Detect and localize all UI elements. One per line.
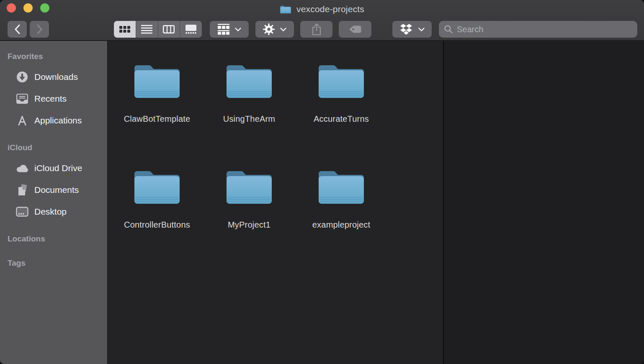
preview-pane [444,41,644,364]
folder-item[interactable]: AccurateTurns [295,61,387,124]
group-button[interactable] [210,21,249,38]
search-input[interactable] [457,25,632,34]
folder-item[interactable]: UsingTheArm [203,61,295,124]
column-view-icon [163,25,175,33]
sidebar-item-label: Documents [34,185,79,195]
sidebar-section-favorites: Favorites [0,50,107,63]
folder-label: UsingTheArm [223,114,275,124]
recents-icon [15,93,29,105]
file-browser: ClawBotTemplate UsingTheArm AccurateTurn… [108,41,443,364]
folder-label: AccurateTurns [314,114,369,124]
list-view-segment[interactable] [136,21,158,38]
sidebar-section-icloud: iCloud [0,141,107,154]
forward-button[interactable] [30,21,49,38]
sidebar-section-locations[interactable]: Locations [0,233,107,245]
column-view-segment[interactable] [158,21,180,38]
back-button[interactable] [8,21,27,38]
share-button[interactable] [300,21,332,38]
grid-view-segment[interactable] [114,21,136,38]
chevron-down-icon [280,28,286,31]
folder-icon [224,61,274,100]
sidebar: Favorites Downloads [0,41,107,364]
sidebar-item-label: Desktop [34,207,67,217]
sidebar-item-desktop[interactable]: Desktop [0,201,107,223]
sidebar-item-label: Downloads [34,72,78,82]
search-icon [444,25,453,34]
documents-icon [15,184,29,196]
sidebar-item-label: iCloud Drive [34,163,82,173]
folder-icon [316,61,366,100]
folder-icon [132,167,182,206]
group-by-icon [218,24,229,35]
grid-view-icon [119,26,130,33]
sidebar-item-recents[interactable]: Recents [0,88,107,110]
dropbox-button[interactable] [392,21,432,38]
folder-label: ClawBotTemplate [124,114,191,124]
list-view-icon [141,25,152,34]
downloads-icon [15,71,29,83]
sidebar-item-applications[interactable]: Applications [0,110,107,131]
folder-item[interactable]: exampleproject [295,167,387,230]
folder-icon [132,61,182,100]
icloud-icon [15,164,29,173]
title-folder-icon [280,5,291,14]
finder-window: vexcode-projects [0,0,644,364]
applications-icon [15,115,29,126]
folder-item[interactable]: MyProject1 [203,167,295,230]
folder-icon [316,167,366,206]
chevron-left-icon [14,24,21,34]
sidebar-item-label: Applications [34,115,82,126]
tag-icon [348,25,362,33]
share-icon [312,23,322,36]
folder-item[interactable]: ControllerButtons [111,167,203,230]
dropbox-icon [399,23,413,35]
folder-label: exampleproject [312,220,370,230]
sidebar-item-label: Recents [34,94,67,104]
chevron-down-icon [235,28,241,31]
actions-button[interactable] [255,21,294,38]
window-title: vexcode-projects [296,4,364,14]
gallery-view-segment[interactable] [180,21,202,38]
view-mode-control [114,21,202,38]
folder-icon [224,167,274,206]
folder-item[interactable]: ClawBotTemplate [111,61,203,124]
window-title-area: vexcode-projects [0,3,644,15]
window-header: vexcode-projects [0,0,644,41]
sidebar-item-documents[interactable]: Documents [0,179,107,201]
tag-button[interactable] [339,21,371,38]
sidebar-item-icloud-drive[interactable]: iCloud Drive [0,157,107,179]
sidebar-section-tags[interactable]: Tags [0,257,107,269]
folder-label: MyProject1 [228,220,270,230]
desktop-icon [15,207,29,217]
gallery-view-icon [185,25,197,34]
gear-icon [263,23,275,35]
chevron-right-icon [36,24,43,34]
folder-label: ControllerButtons [124,220,190,230]
sidebar-item-downloads[interactable]: Downloads [0,66,107,88]
search-field[interactable] [439,21,637,38]
chevron-down-icon [418,28,425,31]
